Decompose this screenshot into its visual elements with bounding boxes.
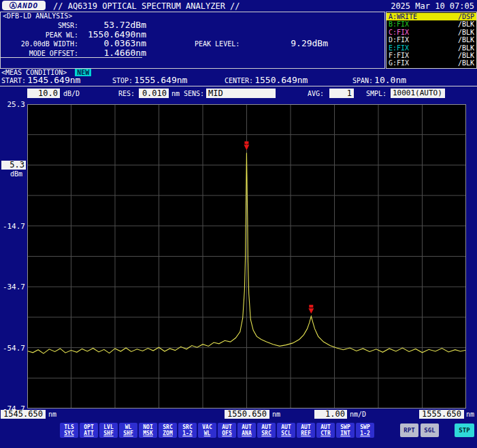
trace-status-panel: A:WRITE/DSPB:FIX/BLKC:FIX/BLKD:FIX/BLKE:…	[386, 12, 477, 69]
x-per-div-unit: nm/D	[350, 411, 366, 418]
analysis-row-smsr: SMSR: 53.72dBm	[1, 20, 159, 29]
center-value: 1550.649nm	[254, 75, 308, 85]
center-label: CENTER:	[225, 77, 253, 84]
softkey-swp-int[interactable]: SWPINT	[336, 423, 355, 438]
softkey-vac-wl[interactable]: VACWL	[198, 423, 216, 438]
sens-label: SENS:	[184, 90, 204, 97]
softkey-aut-scl[interactable]: AUTSCL	[277, 423, 295, 438]
y-tick-25: 25.3	[0, 100, 25, 109]
analysis-row-mode-offset: MODE OFFSET: 1.4660nm	[1, 48, 159, 57]
softkey-tls-syc[interactable]: TLSSYC	[60, 423, 78, 438]
x-center-box: 1550.650	[225, 410, 269, 419]
avg-box: 1	[329, 89, 354, 98]
trace-name: E:FIX	[389, 44, 409, 52]
dfb-ld-analysis-panel: <DFB-LD ANALYSIS> SMSR: 53.72dBm PEAK WL…	[0, 12, 385, 69]
trace-status-b: B:FIX/BLK	[386, 20, 476, 28]
stop-sweep-button[interactable]: STP	[455, 423, 474, 437]
analysis-results: SMSR: 53.72dBm PEAK WL: 1550.6490nm 20.0…	[1, 20, 159, 57]
softkey-aut-ctr[interactable]: AUTCTR	[316, 423, 335, 438]
trace-name: A:WRITE	[389, 13, 417, 20]
x-start-box: 1545.650	[1, 410, 46, 419]
trace-name: B:FIX	[389, 20, 409, 28]
y-tick-m34: -34.7	[0, 283, 25, 291]
trace-status-c: C:FIX/BLK	[386, 29, 476, 36]
trace-name: G:FIX	[389, 59, 409, 67]
span-label: SPAN:	[352, 77, 373, 84]
x-per-div-box: 1.00	[314, 410, 347, 419]
start-field: START: 1545.649nm	[1, 75, 80, 85]
x-stop-unit: nm	[466, 411, 474, 418]
trace-mode: /BLK	[458, 20, 474, 28]
ref-level-box: 5.3	[1, 161, 26, 170]
x-start-unit: nm	[48, 411, 56, 418]
span-value: 10.0nm	[374, 75, 406, 85]
softkey-toolbar: TLSSYCOPTATTLVLSHFWLSHFNOIMSKSRCZOMSRC1-…	[60, 423, 374, 438]
smpl-label: SMPL:	[366, 90, 386, 97]
trace-status-d: D:FIX/BLK	[386, 36, 476, 44]
trace-status-e: E:FIX/BLK	[386, 44, 476, 52]
datetime: 2025 Mar 10 07:05	[391, 1, 474, 11]
res-box: 0.010	[139, 89, 169, 98]
title-bar: Ⓐ ANDO // AQ6319 OPTICAL SPECTRUM ANALYZ…	[0, 0, 477, 12]
avg-label: AVG:	[308, 90, 324, 97]
analysis-divider	[1, 57, 142, 58]
sens-box: MID	[206, 89, 276, 98]
ando-logo: Ⓐ ANDO	[2, 1, 46, 10]
x-axis-row: 1545.650 nm 1550.650 nm 1.00 nm/D 1555.6…	[0, 410, 477, 419]
stop-label: STOP:	[112, 77, 133, 84]
trace-name: C:FIX	[389, 29, 409, 36]
single-sweep-button[interactable]: SGL	[421, 423, 439, 437]
res-label: RES:	[118, 90, 135, 97]
trace-name: F:FIX	[389, 52, 409, 59]
mode-offset-label: MODE OFFSET:	[1, 50, 78, 57]
start-label: START:	[1, 77, 26, 84]
softkey-src-zom[interactable]: SRCZOM	[159, 423, 177, 438]
width-label: 20.00dB WIDTH:	[1, 40, 78, 48]
trace-status-f: F:FIX/BLK	[386, 52, 476, 59]
peak-level-readout: PEAK LEVEL: 9.29dBm	[195, 38, 328, 48]
stop-field: STOP: 1555.649nm	[112, 75, 187, 85]
osa-screen: Ⓐ ANDO // AQ6319 OPTICAL SPECTRUM ANALYZ…	[0, 0, 477, 448]
peak-level-label: PEAK LEVEL:	[195, 40, 240, 48]
analysis-panel-header: <DFB-LD ANALYSIS>	[3, 12, 72, 20]
stop-value: 1555.649nm	[134, 75, 187, 85]
ando-logo-mark-icon: Ⓐ	[10, 1, 17, 11]
softkey-aut-ref[interactable]: AUTREF	[297, 423, 315, 438]
peak-wl-label: PEAK WL:	[1, 31, 78, 39]
y-tick-m54: -54.7	[0, 344, 25, 353]
level-scale-unit: dB/D	[63, 90, 80, 97]
softkey-lvl-shf[interactable]: LVLSHF	[99, 423, 118, 438]
start-value: 1545.649nm	[27, 75, 80, 85]
instrument-title: // AQ6319 OPTICAL SPECTRUM ANALYZER //	[53, 1, 240, 11]
level-scale-box: 10.0	[27, 89, 60, 98]
softkey-noi-msk[interactable]: NOIMSK	[139, 423, 157, 438]
y-tick-m14: -14.7	[0, 222, 25, 231]
x-stop-box: 1555.650	[419, 410, 464, 419]
meas-condition-fields: START: 1545.649nm STOP: 1555.649nm CENTE…	[0, 75, 477, 85]
trace-mode: /BLK	[458, 36, 474, 44]
trace-mode: /DSP	[458, 13, 474, 20]
smsr-label: SMSR:	[1, 22, 78, 29]
trace-status-g: G:FIX/BLK	[386, 59, 476, 67]
analysis-row-width: 20.00dB WIDTH: 0.0363nm	[1, 38, 159, 48]
ref-level-unit: dBm	[10, 170, 22, 178]
softkey-aut-ofs[interactable]: AUTOFS	[218, 423, 236, 438]
smpl-box: 10001(AUTO)	[391, 89, 445, 98]
softkey-aut-ana[interactable]: AUTANA	[237, 423, 256, 438]
trace-mode: /BLK	[458, 59, 474, 67]
analysis-row-peak-wl: PEAK WL: 1550.6490nm	[1, 29, 159, 39]
softkey-aut-src[interactable]: AUTSRC	[257, 423, 276, 438]
res-unit: nm	[171, 90, 180, 97]
ando-logo-text: ANDO	[18, 1, 39, 10]
softkey-src-1-2[interactable]: SRC1-2	[178, 423, 197, 438]
span-field: SPAN: 10.0nm	[352, 75, 406, 85]
softkey-wl-shf[interactable]: WLSHF	[119, 423, 137, 438]
softkey-opt-att[interactable]: OPTATT	[80, 423, 98, 438]
sweep-settings-row: 10.0 dB/D RES: 0.010 nm SENS: MID AVG: 1…	[0, 89, 477, 99]
softkey-swp-1-2[interactable]: SWP1-2	[356, 423, 374, 438]
trace-name: D:FIX	[389, 36, 409, 44]
trace-mode: /BLK	[458, 29, 474, 36]
trace-status-a: A:WRITE/DSP	[386, 13, 476, 20]
center-field: CENTER: 1550.649nm	[225, 75, 308, 85]
repeat-sweep-button[interactable]: RPT	[400, 423, 418, 437]
